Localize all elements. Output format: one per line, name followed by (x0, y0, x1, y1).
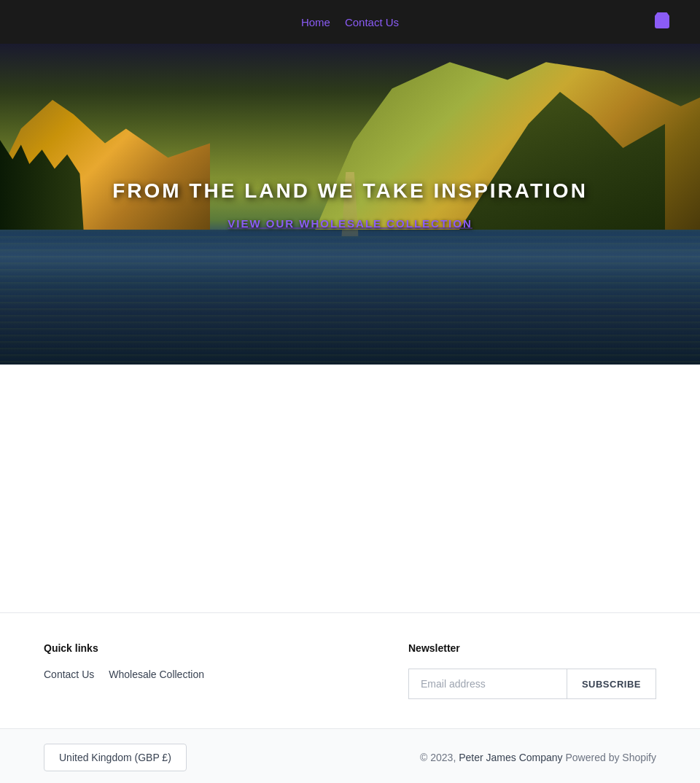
header-nav: Home Contact Us (301, 16, 399, 28)
hero-title: FROM THE LAND WE TAKE INSPIRATION (112, 179, 588, 203)
cart-icon (653, 19, 671, 31)
quick-links-title: Quick links (44, 642, 408, 654)
footer: Quick links Contact Us Wholesale Collect… (0, 612, 700, 783)
footer-nav-links: Contact Us Wholesale Collection (44, 669, 408, 680)
newsletter-form: SUBSCRIBE (408, 669, 656, 699)
hero-cta-link[interactable]: VIEW OUR WHOLESALE COLLECTION (112, 217, 588, 230)
footer-links-section: Quick links Contact Us Wholesale Collect… (0, 612, 700, 728)
footer-newsletter: Newsletter SUBSCRIBE (408, 642, 656, 699)
region-selector-button[interactable]: United Kingdom (GBP £) (44, 744, 187, 771)
hero-content: FROM THE LAND WE TAKE INSPIRATION VIEW O… (112, 179, 588, 230)
footer-contact-link[interactable]: Contact Us (44, 669, 94, 680)
cart-button[interactable] (653, 12, 671, 32)
nav-home[interactable]: Home (301, 16, 330, 28)
newsletter-email-input[interactable] (408, 669, 567, 699)
newsletter-title: Newsletter (408, 642, 656, 654)
nav-contact[interactable]: Contact Us (345, 16, 399, 28)
company-link[interactable]: Peter James Company (459, 752, 562, 763)
footer-wholesale-link[interactable]: Wholesale Collection (109, 669, 204, 680)
header: Home Contact Us (0, 0, 700, 44)
copyright-text: © 2023, Peter James Company Powered by S… (420, 752, 656, 763)
hero-water-reflection (0, 230, 700, 365)
newsletter-subscribe-button[interactable]: SUBSCRIBE (567, 669, 656, 699)
hero-section: FROM THE LAND WE TAKE INSPIRATION VIEW O… (0, 44, 700, 365)
footer-bottom: United Kingdom (GBP £) © 2023, Peter Jam… (0, 728, 700, 783)
footer-quick-links: Quick links Contact Us Wholesale Collect… (44, 642, 408, 699)
main-content (0, 365, 700, 612)
